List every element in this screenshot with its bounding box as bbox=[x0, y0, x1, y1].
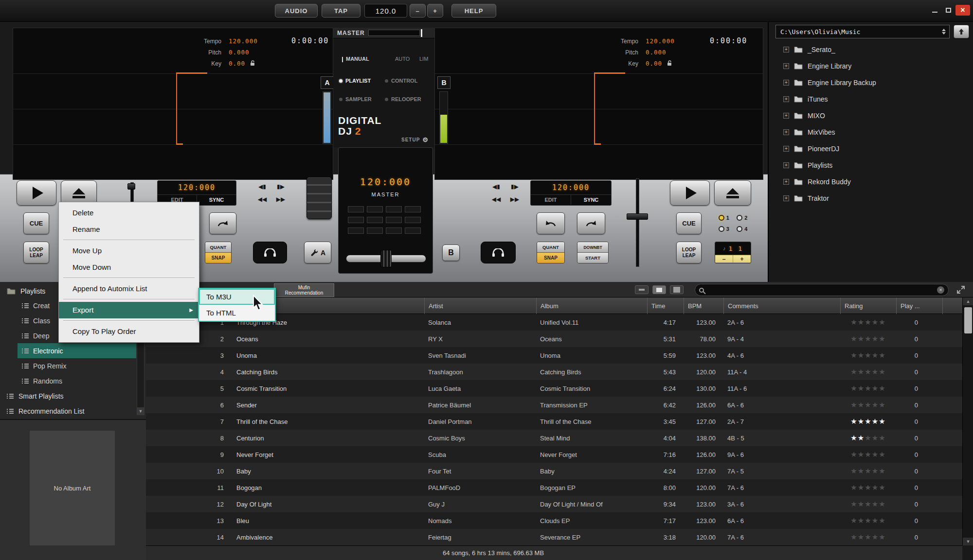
crossfader[interactable] bbox=[346, 249, 426, 268]
track-row[interactable]: 3 Unoma Sven Tasnadi Unoma 5:59 123.00 4… bbox=[146, 347, 962, 364]
seek-forward-icon[interactable]: ▶▶ bbox=[276, 196, 285, 203]
deck-a-quant-button[interactable]: QUANT bbox=[205, 242, 231, 252]
expand-icon[interactable]: + bbox=[783, 96, 789, 102]
expand-icon[interactable]: + bbox=[783, 47, 789, 52]
track-row[interactable]: 8 Centurion Cosmic Boys Steal Mind 4:04 … bbox=[146, 430, 962, 446]
view-large-button[interactable] bbox=[670, 285, 684, 294]
deck-b-redo-button[interactable] bbox=[577, 212, 605, 234]
playlists-root[interactable]: Playlists bbox=[7, 285, 45, 298]
nudge-forward-icon[interactable]: ▮▶ bbox=[511, 183, 519, 190]
deck-b-start-button[interactable]: START bbox=[577, 252, 608, 263]
mode-manual[interactable]: MANUAL bbox=[346, 56, 369, 62]
folder-row[interactable]: + Engine Library bbox=[769, 58, 973, 74]
beat-plus-button[interactable]: + bbox=[733, 255, 751, 262]
deck-b-sync-button[interactable]: SYNC bbox=[571, 195, 611, 205]
nudge-forward-icon[interactable]: ▮▶ bbox=[277, 183, 285, 190]
scrollbar-thumb[interactable] bbox=[964, 307, 972, 333]
tab-sampler[interactable]: SAMPLER bbox=[339, 96, 372, 102]
deck-a-play-button[interactable] bbox=[17, 180, 56, 206]
header-bpm[interactable]: BPM bbox=[684, 298, 723, 314]
track-row[interactable]: 14 Ambivalence Feiertag Severance EP 3:1… bbox=[146, 529, 962, 545]
hotcue-2-button[interactable]: 2 bbox=[737, 215, 747, 221]
path-dropdown[interactable]: C:\Users\Olivia\Music bbox=[775, 25, 950, 38]
scroll-up-arrow-icon[interactable]: ▲ bbox=[963, 298, 973, 305]
view-list-button[interactable] bbox=[635, 285, 649, 294]
folder-row[interactable]: + iTunes bbox=[769, 91, 973, 107]
deck-a-censor-button[interactable] bbox=[209, 212, 236, 234]
tempo-minus-button[interactable]: – bbox=[410, 4, 426, 18]
smart-playlists[interactable]: Smart Playlists bbox=[7, 388, 64, 403]
library-scrollbar[interactable]: ▲ ▼ bbox=[962, 298, 973, 545]
deck-b-downbeat-button[interactable]: DOWNBT bbox=[577, 242, 608, 252]
header-album[interactable]: Album bbox=[536, 298, 647, 314]
track-row[interactable]: 4 Catching Birds Trashlagoon Catching Bi… bbox=[146, 364, 962, 380]
deck-a-edit-tools-button[interactable]: A bbox=[304, 242, 331, 263]
track-row[interactable]: 12 Day Of Light Guy J Day Of Light / Min… bbox=[146, 496, 962, 512]
track-row[interactable]: 10 Baby Four Tet Baby 4:24 127.00 7A - 5… bbox=[146, 463, 962, 479]
header-play[interactable]: Play ... bbox=[896, 298, 942, 314]
tab-control[interactable]: CONTROL bbox=[385, 78, 417, 84]
track-row[interactable]: 2 Oceans RY X Oceans 5:31 78.00 9A - 4 ★… bbox=[146, 331, 962, 347]
header-artist[interactable]: Artist bbox=[424, 298, 536, 314]
expand-icon[interactable]: + bbox=[783, 129, 789, 135]
folder-row[interactable]: + MixVibes bbox=[769, 124, 973, 140]
menu-item-append-automix[interactable]: Append to Automix List bbox=[59, 280, 199, 297]
scroll-down-arrow-icon[interactable]: ▼ bbox=[963, 538, 973, 545]
folder-row[interactable]: + Engine Library Backup bbox=[769, 74, 973, 91]
deck-b-quant-button[interactable]: QUANT bbox=[537, 242, 564, 252]
folder-row[interactable]: + Traktor bbox=[769, 190, 973, 207]
seek-back-icon[interactable]: ◀◀ bbox=[258, 196, 267, 203]
window-minimize-button[interactable] bbox=[928, 5, 941, 16]
folder-row[interactable]: + Rekord Buddy bbox=[769, 174, 973, 190]
crossfader-handle[interactable] bbox=[380, 250, 392, 267]
deck-a-gain-slider[interactable] bbox=[128, 182, 135, 204]
header-rating[interactable]: Rating bbox=[840, 298, 896, 314]
expand-icon[interactable]: + bbox=[783, 146, 789, 152]
scroll-down-arrow-icon[interactable]: ▼ bbox=[137, 407, 144, 415]
deck-b-play-button[interactable] bbox=[670, 180, 710, 206]
help-button[interactable]: HELP bbox=[451, 4, 496, 18]
track-row[interactable]: 11 Bogogan PALMFooD Bogogan EP 8:00 120.… bbox=[146, 479, 962, 496]
expand-icon[interactable]: + bbox=[783, 179, 789, 185]
menu-item-delete[interactable]: Delete bbox=[59, 205, 199, 221]
deck-b-headphone-button[interactable] bbox=[481, 242, 516, 263]
search-field[interactable]: × bbox=[695, 284, 949, 296]
deck-b-volume-fader[interactable] bbox=[627, 178, 649, 267]
header-comments[interactable]: Comments bbox=[723, 298, 840, 314]
menu-item-export[interactable]: Export▶ bbox=[59, 302, 199, 318]
expand-icon[interactable]: + bbox=[783, 195, 789, 201]
expand-icon[interactable]: + bbox=[783, 80, 789, 86]
track-row[interactable]: 5 Cosmic Transition Luca Gaeta Cosmic Tr… bbox=[146, 380, 962, 397]
nudge-back-icon[interactable]: ◀▮ bbox=[258, 183, 266, 190]
deck-b-loop-leap-button[interactable]: LOOPLEAP bbox=[676, 242, 702, 263]
window-close-button[interactable]: × bbox=[955, 5, 970, 16]
deck-b-snap-button[interactable]: SNAP bbox=[537, 252, 564, 263]
keylock-icon[interactable] bbox=[667, 59, 672, 68]
beat-minus-button[interactable]: – bbox=[715, 255, 733, 262]
expand-icon[interactable]: + bbox=[783, 113, 789, 119]
tempo-plus-button[interactable]: + bbox=[427, 4, 443, 18]
clear-search-icon[interactable]: × bbox=[937, 286, 944, 294]
track-row[interactable]: 6 Sender Patrice Bäumel Transmission EP … bbox=[146, 397, 962, 413]
expand-icon[interactable]: + bbox=[783, 63, 789, 69]
track-row[interactable]: 9 Never Forget Scuba Never Forget 7:16 1… bbox=[146, 446, 962, 463]
search-input[interactable] bbox=[709, 286, 932, 294]
deck-b-edit-button[interactable]: EDIT bbox=[531, 195, 571, 205]
playlist-item[interactable]: Electronic bbox=[18, 343, 136, 358]
tap-button[interactable]: TAP bbox=[322, 4, 360, 18]
view-medium-button[interactable] bbox=[652, 285, 666, 294]
folder-row[interactable]: + Playlists bbox=[769, 157, 973, 174]
deck-a-loop-leap-button[interactable]: LOOPLEAP bbox=[23, 242, 49, 263]
master-volume-slider[interactable] bbox=[368, 30, 420, 36]
master-volume-handle[interactable] bbox=[421, 29, 422, 37]
expand-library-button[interactable] bbox=[956, 285, 966, 295]
deck-a-headphone-button[interactable] bbox=[253, 242, 287, 263]
expand-icon[interactable]: + bbox=[783, 162, 789, 168]
menu-item-move-up[interactable]: Move Up bbox=[59, 243, 199, 259]
menu-item-rename[interactable]: Rename bbox=[59, 221, 199, 238]
window-maximize-button[interactable] bbox=[942, 5, 955, 16]
tab-relooper[interactable]: RELOOPER bbox=[385, 96, 421, 102]
seek-forward-icon[interactable]: ▶▶ bbox=[510, 196, 519, 203]
header-time[interactable]: Time bbox=[647, 298, 684, 314]
nudge-back-icon[interactable]: ◀▮ bbox=[492, 183, 500, 190]
